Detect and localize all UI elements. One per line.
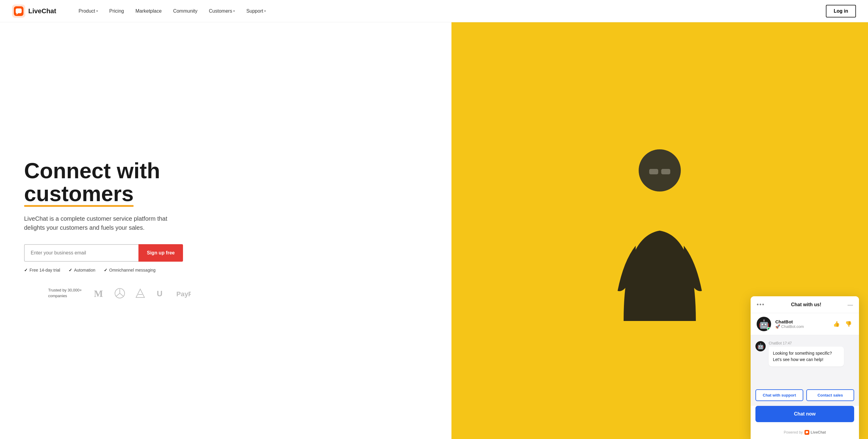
hero-title: Connect with customers xyxy=(24,159,235,205)
contact-sales-button[interactable]: Contact sales xyxy=(806,389,854,401)
navbar: LiveChat Product ▾ Pricing Marketplace C… xyxy=(0,0,868,22)
chat-msg-avatar: 🤖 xyxy=(755,341,766,351)
nav-pricing[interactable]: Pricing xyxy=(105,6,128,16)
chat-message-row: 🤖 ChatBot 17:47 Looking for something sp… xyxy=(755,341,854,367)
email-input[interactable] xyxy=(24,244,138,262)
nav-support[interactable]: Support ▾ xyxy=(242,6,270,16)
chat-footer: Powered by LiveChat xyxy=(751,427,859,439)
thumbs-down-button[interactable]: 👎 xyxy=(844,319,853,328)
check-icon-3: ✓ xyxy=(104,268,107,272)
svg-point-2 xyxy=(639,149,681,192)
feature-omnichannel: ✓ Omnichannel messaging xyxy=(104,268,156,272)
svg-rect-3 xyxy=(649,169,658,174)
nav-links: Product ▾ Pricing Marketplace Community … xyxy=(74,6,826,16)
svg-rect-4 xyxy=(661,169,670,174)
chat-msg-content: ChatBot 17:47 Looking for something spec… xyxy=(769,341,844,367)
email-form: Sign up free xyxy=(24,244,235,262)
chat-with-support-button[interactable]: Chat with support xyxy=(755,389,803,401)
check-icon-2: ✓ xyxy=(69,268,72,272)
chatbot-msg-icon: 🤖 xyxy=(757,343,764,350)
agent-company: 🚀 ChatBot.com xyxy=(775,324,828,329)
livechat-logo-icon xyxy=(12,4,25,18)
chat-header: ••• Chat with us! — xyxy=(751,296,859,313)
online-status-dot xyxy=(767,327,771,331)
chat-now-button[interactable]: Chat now xyxy=(755,406,854,422)
chat-action-buttons: Chat with support Contact sales xyxy=(751,389,859,406)
chat-msg-meta: ChatBot 17:47 xyxy=(769,341,844,345)
logo-text: LiveChat xyxy=(28,7,56,15)
chat-minimize-icon[interactable]: — xyxy=(847,302,853,308)
agent-info: ChatBot 🚀 ChatBot.com xyxy=(775,319,828,329)
svg-text:M: M xyxy=(94,288,103,299)
hero-subtitle: LiveChat is a complete customer service … xyxy=(24,214,187,232)
chat-msg-bubble: Looking for something specific? Let's se… xyxy=(769,347,844,367)
chat-more-options-icon[interactable]: ••• xyxy=(757,301,765,308)
paypal-logo: PayPal xyxy=(176,288,191,299)
livechat-powered-icon xyxy=(805,430,809,435)
check-icon-1: ✓ xyxy=(24,268,28,272)
hero-person-svg xyxy=(599,140,720,321)
chat-body: 🤖 ChatBot 17:47 Looking for something sp… xyxy=(751,335,859,389)
logo-link[interactable]: LiveChat xyxy=(12,4,56,18)
trusted-text: Trusted by 30,000+ companies xyxy=(48,288,82,298)
chat-agent-bar: 🤖 ChatBot 🚀 ChatBot.com 👍 👎 xyxy=(751,313,859,335)
mcdonalds-logo: M xyxy=(94,288,105,299)
thumbs-up-button[interactable]: 👍 xyxy=(832,319,841,328)
powered-by-livechat: LiveChat xyxy=(805,430,826,435)
nav-marketplace[interactable]: Marketplace xyxy=(131,6,166,16)
login-button[interactable]: Log in xyxy=(826,5,856,18)
adobe-logo xyxy=(135,288,146,299)
customers-chevron-icon: ▾ xyxy=(233,9,235,13)
support-chevron-icon: ▾ xyxy=(264,9,266,13)
nav-customers[interactable]: Customers ▾ xyxy=(205,6,239,16)
unilever-logo: U xyxy=(155,288,166,299)
hero-section: Connect with customers LiveChat is a com… xyxy=(0,22,868,439)
feature-list: ✓ Free 14-day trial ✓ Automation ✓ Omnic… xyxy=(24,268,235,272)
agent-actions: 👍 👎 xyxy=(832,319,853,328)
chat-header-title: Chat with us! xyxy=(765,302,847,308)
svg-text:PayPal: PayPal xyxy=(176,290,191,298)
agent-name: ChatBot xyxy=(775,319,828,324)
svg-text:U: U xyxy=(157,289,162,298)
mercedes-logo xyxy=(114,288,125,299)
company-logos: M U PayPal xyxy=(94,288,191,299)
feature-automation: ✓ Automation xyxy=(69,268,95,272)
signup-button[interactable]: Sign up free xyxy=(138,244,183,262)
hero-content: Connect with customers LiveChat is a com… xyxy=(24,159,235,308)
product-chevron-icon: ▾ xyxy=(96,9,98,13)
agent-avatar: 🤖 xyxy=(757,317,771,331)
feature-trial: ✓ Free 14-day trial xyxy=(24,268,60,272)
nav-product[interactable]: Product ▾ xyxy=(74,6,102,16)
nav-actions: Log in xyxy=(826,5,856,18)
trusted-section: Trusted by 30,000+ companies M xyxy=(48,288,259,298)
nav-community[interactable]: Community xyxy=(169,6,202,16)
chat-widget: ••• Chat with us! — 🤖 ChatBot 🚀 ChatBot.… xyxy=(751,296,859,439)
